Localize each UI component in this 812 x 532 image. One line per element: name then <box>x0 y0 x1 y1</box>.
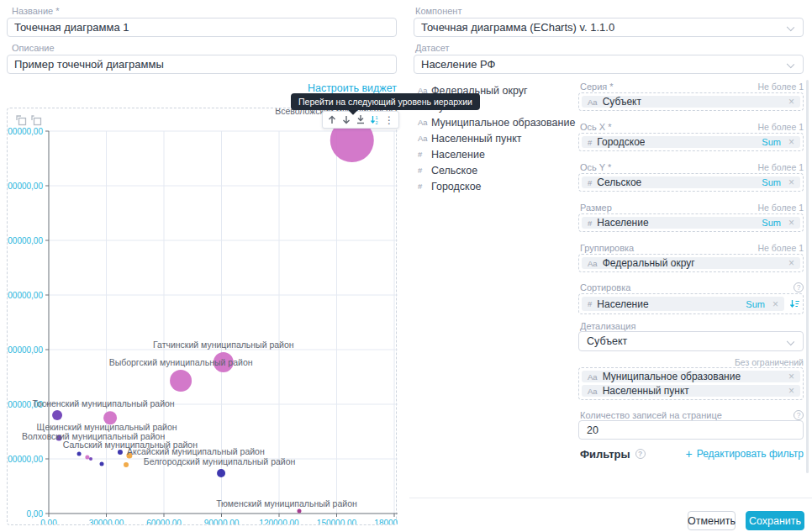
svg-text:300000,00: 300000,00 <box>8 345 43 355</box>
grouping-dropzone[interactable]: Aa Федеральный округ × <box>578 254 804 272</box>
close-icon[interactable]: × <box>788 177 794 187</box>
dataset-value: Население РФ <box>421 58 495 71</box>
field-item[interactable]: AaМуниципальное образование <box>418 117 569 128</box>
records-input[interactable] <box>578 420 804 440</box>
close-icon[interactable]: × <box>788 258 794 268</box>
close-icon[interactable]: × <box>772 299 778 309</box>
aggregation-badge[interactable]: Sum <box>762 177 781 187</box>
question-icon[interactable]: ? <box>794 410 804 420</box>
dataset-label: Датасет <box>415 43 450 53</box>
close-icon[interactable]: × <box>788 371 794 382</box>
edit-filter-link[interactable]: +Редактировать фильтр <box>686 447 804 461</box>
plus-icon: + <box>686 447 693 461</box>
detail-chip[interactable]: Aa Населенный пункт × <box>582 385 800 397</box>
close-icon[interactable]: × <box>788 137 794 147</box>
sorting-label: Сортировка <box>580 282 630 292</box>
x-axis-limit: Не более 1 <box>757 122 804 132</box>
close-icon[interactable]: × <box>788 218 794 228</box>
close-icon[interactable]: × <box>788 97 794 107</box>
svg-text:Аксайский муниципальный район: Аксайский муниципальный район <box>127 446 265 456</box>
aggregation-badge[interactable]: Sum <box>746 299 765 309</box>
field-item[interactable]: AaНаселенный пункт <box>418 133 569 144</box>
save-button[interactable]: Сохранить <box>746 511 804 530</box>
sorting-dropzone[interactable]: # Население Sum × <box>578 293 804 314</box>
arrow-down-icon[interactable] <box>340 113 352 126</box>
detail-dropzone[interactable]: Aa Муниципальное образование × Aa Населе… <box>578 367 804 400</box>
svg-text:500000,00: 500000,00 <box>8 236 43 245</box>
cancel-button[interactable]: Отменить <box>688 511 736 530</box>
kebab-menu-icon[interactable]: ⋮ <box>383 115 395 125</box>
grouping-label: Группировка <box>580 243 634 253</box>
size-limit: Не более 1 <box>757 203 804 213</box>
chart-panel: 0,00100000,00200000,00300000,00400000,00… <box>7 108 397 525</box>
detail-select[interactable]: Субъект <box>578 331 804 351</box>
svg-text:120000,00: 120000,00 <box>259 519 299 524</box>
drill-up-icon[interactable] <box>16 114 27 125</box>
chevron-down-icon <box>787 338 794 345</box>
arrow-up-icon[interactable] <box>326 113 338 126</box>
sorting-chip[interactable]: # Население Sum × <box>582 297 784 311</box>
size-dropzone[interactable]: # Население Sum × <box>578 213 804 232</box>
chevron-down-icon <box>787 61 794 68</box>
field-item[interactable]: #Сельское <box>418 165 569 176</box>
drill-reset-icon[interactable] <box>31 114 42 125</box>
number-field-icon: # <box>588 299 592 308</box>
field-item[interactable]: #Население <box>418 149 569 160</box>
svg-text:2: 2 <box>375 120 377 125</box>
panel-scrollbar[interactable] <box>806 80 809 473</box>
svg-text:700000,00: 700000,00 <box>8 127 43 136</box>
scatter-chart[interactable]: 0,00100000,00200000,00300000,00400000,00… <box>8 108 398 524</box>
svg-text:90000,00: 90000,00 <box>204 519 240 524</box>
number-field-icon: # <box>418 182 431 191</box>
question-icon[interactable]: ? <box>635 449 646 459</box>
series-label: Серия * <box>580 82 614 92</box>
series-chip[interactable]: Aa Субъект × <box>582 96 800 108</box>
question-icon[interactable]: ? <box>794 282 804 292</box>
description-input[interactable] <box>7 55 397 74</box>
svg-text:60000,00: 60000,00 <box>146 519 182 524</box>
records-label: Количество записей на странице <box>580 410 722 420</box>
text-field-icon: Aa <box>588 97 598 107</box>
text-field-icon: Aa <box>418 118 431 127</box>
svg-text:Тюменский муниципальный район: Тюменский муниципальный район <box>216 498 357 508</box>
detail-chip[interactable]: Aa Муниципальное образование × <box>582 371 800 382</box>
series-limit: Не более 1 <box>757 82 804 92</box>
component-value: Точечная диаграмма (ECharts) v. 1.1.0 <box>421 21 614 34</box>
series-dropzone[interactable]: Aa Субъект × <box>578 92 804 111</box>
configure-widget-link[interactable]: Настроить виджет <box>7 82 397 94</box>
field-item[interactable]: #Городское <box>418 181 569 192</box>
widget-editor: Название * Описание Настроить виджет Ком… <box>0 0 812 532</box>
x-axis-chip[interactable]: # Городское Sum × <box>582 136 800 148</box>
chevron-down-icon <box>787 24 794 31</box>
x-axis-dropzone[interactable]: # Городское Sum × <box>578 133 804 151</box>
description-label: Описание <box>12 43 55 53</box>
close-icon[interactable]: × <box>788 386 794 396</box>
footer-divider <box>409 498 812 498</box>
detail-value: Субъект <box>587 335 627 347</box>
sort-numeric-icon[interactable]: 12 <box>369 113 381 126</box>
y-axis-dropzone[interactable]: # Сельское Sum × <box>578 173 804 192</box>
text-field-icon: Aa <box>588 259 598 268</box>
svg-text:180000,00: 180000,00 <box>374 519 398 524</box>
chart-toolbar: 12 ⋮ <box>322 111 399 129</box>
svg-text:Выборгский муниципальный район: Выборгский муниципальный район <box>109 357 253 367</box>
svg-text:0,00: 0,00 <box>40 519 57 524</box>
grouping-limit: Не более 1 <box>757 243 804 253</box>
number-field-icon: # <box>418 166 431 175</box>
sort-direction-icon[interactable] <box>789 298 800 309</box>
arrow-to-bottom-icon[interactable] <box>355 113 366 126</box>
svg-text:400000,00: 400000,00 <box>8 291 43 300</box>
hierarchy-tooltip: Перейти на следующий уровень иерархии <box>291 93 480 110</box>
name-input[interactable] <box>7 18 397 37</box>
aggregation-badge[interactable]: Sum <box>762 218 781 228</box>
svg-text:Гатчинский муниципальный район: Гатчинский муниципальный район <box>153 340 294 350</box>
size-chip[interactable]: # Население Sum × <box>582 217 800 229</box>
number-field-icon: # <box>588 178 592 187</box>
aggregation-badge[interactable]: Sum <box>762 137 781 147</box>
grouping-chip[interactable]: Aa Федеральный округ × <box>582 257 800 269</box>
y-axis-chip[interactable]: # Сельское Sum × <box>582 176 800 188</box>
number-field-icon: # <box>588 219 592 228</box>
dataset-select[interactable]: Население РФ <box>414 55 804 74</box>
svg-text:150000,00: 150000,00 <box>317 519 357 524</box>
component-select[interactable]: Точечная диаграмма (ECharts) v. 1.1.0 <box>414 18 804 37</box>
